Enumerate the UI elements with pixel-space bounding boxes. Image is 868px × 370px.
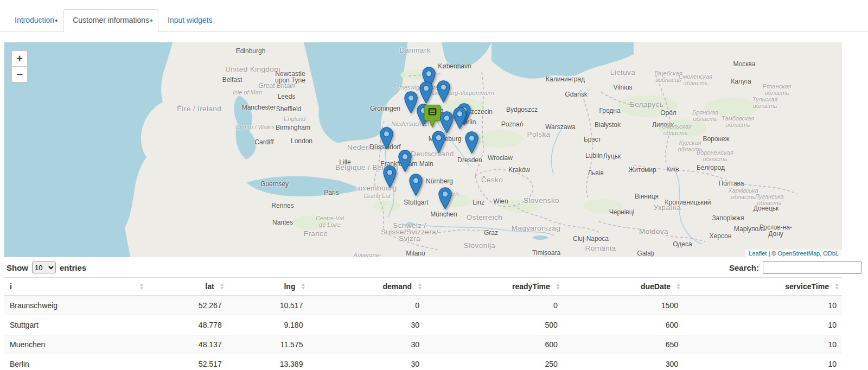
map-marker-customer[interactable] <box>453 107 467 129</box>
cell-readyTime: 500 <box>425 315 563 335</box>
map-marker-depot[interactable] <box>423 104 442 128</box>
cell-serviceTime: 10 <box>684 296 842 316</box>
cell-readyTime: 0 <box>425 296 563 316</box>
sort-icon: ▲▼ <box>676 283 681 290</box>
zoom-out-button[interactable]: − <box>12 67 27 82</box>
map-markers <box>4 42 842 257</box>
column-header-readyTime[interactable]: readyTime▲▼ <box>425 278 563 296</box>
table-row: Stuttgart48.7789.1803050060010 <box>4 315 842 335</box>
cell-i: Muenchen <box>4 335 146 354</box>
entries-label: entries <box>60 263 86 272</box>
table-header-row: i▲▼lat▲▼lng▲▼demand▲▼readyTime▲▼dueDate▲… <box>4 278 842 296</box>
tab-input-widgets[interactable]: Input widgets <box>158 9 222 32</box>
map-marker-customer[interactable] <box>440 111 454 133</box>
map-marker-customer[interactable] <box>398 150 412 172</box>
map-marker-customer[interactable] <box>432 131 445 153</box>
sort-icon: ▲▼ <box>301 283 306 290</box>
cell-serviceTime: 10 <box>684 335 842 354</box>
map[interactable]: DanmarkUnited KingdomÉire / IrelandNeder… <box>4 42 842 257</box>
map-marker-customer[interactable] <box>419 81 433 104</box>
show-label: Show <box>7 263 28 272</box>
tab-customer-informations[interactable]: Customer informations <box>63 9 158 32</box>
osm-link[interactable]: OpenStreetMap <box>777 250 820 257</box>
column-header-lng[interactable]: lng▲▼ <box>227 278 309 296</box>
datatable-controls: Show 10 entries Search: <box>4 257 864 277</box>
cell-lat: 48.137 <box>146 335 227 354</box>
cell-dueDate: 1500 <box>563 296 684 316</box>
cell-i: Stuttgart <box>4 315 146 335</box>
search-control: Search: <box>729 261 861 274</box>
table-body: Braunschweig52.26710.51700150010Stuttgar… <box>4 296 842 370</box>
cell-demand: 30 <box>308 335 425 354</box>
cell-lat: 52.267 <box>146 296 227 316</box>
column-header-lat[interactable]: lat▲▼ <box>146 278 227 296</box>
cell-dueDate: 600 <box>563 315 684 335</box>
column-header-label: serviceTime <box>785 282 829 291</box>
cell-lng: 9.180 <box>227 315 309 335</box>
map-marker-customer[interactable] <box>409 174 423 196</box>
sort-icon: ▲▼ <box>139 283 144 290</box>
map-marker-customer[interactable] <box>383 165 397 188</box>
map-marker-customer[interactable] <box>404 91 418 113</box>
cell-dueDate: 650 <box>563 335 684 354</box>
table-row: Braunschweig52.26710.51700150010 <box>4 296 842 316</box>
cell-lng: 11.575 <box>227 335 309 354</box>
table-row: Berlin52.51713.3893025030010 <box>4 354 842 370</box>
column-header-label: lng <box>284 282 295 291</box>
cell-lng: 13.389 <box>227 354 309 370</box>
cell-lng: 10.517 <box>227 296 309 316</box>
cell-lat: 52.517 <box>146 354 227 370</box>
column-header-dueDate[interactable]: dueDate▲▼ <box>563 278 684 296</box>
column-header-label: i <box>10 282 12 291</box>
cell-serviceTime: 10 <box>684 315 842 335</box>
odbl-link[interactable]: ODbL <box>823 250 839 257</box>
cell-demand: 30 <box>308 315 425 335</box>
zoom-in-button[interactable]: + <box>12 51 27 67</box>
column-header-i[interactable]: i▲▼ <box>4 278 146 296</box>
leaflet-link[interactable]: Leaflet <box>749 250 767 257</box>
attribution-separator: | © <box>767 250 777 257</box>
entries-select[interactable]: 10 <box>32 261 56 273</box>
sort-icon: ▲▼ <box>834 283 839 290</box>
column-header-label: lat <box>205 282 214 291</box>
cell-readyTime: 250 <box>425 354 563 370</box>
column-header-label: dueDate <box>641 282 671 291</box>
column-header-label: readyTime <box>512 282 550 291</box>
tab-bar: Introduction Customer informations Input… <box>0 9 868 32</box>
entries-length-control: Show 10 entries <box>7 261 86 273</box>
tab-content: DanmarkUnited KingdomÉire / IrelandNeder… <box>0 42 868 370</box>
map-marker-customer[interactable] <box>438 187 452 209</box>
table-row: Muenchen48.13711.5753060065010 <box>4 335 842 354</box>
column-header-serviceTime[interactable]: serviceTime▲▼ <box>684 278 842 296</box>
cell-readyTime: 600 <box>425 335 563 354</box>
map-marker-customer[interactable] <box>380 127 393 149</box>
search-label: Search: <box>729 263 759 272</box>
search-input[interactable] <box>763 261 861 274</box>
cell-dueDate: 300 <box>563 354 684 370</box>
sort-icon: ▲▼ <box>220 283 225 290</box>
sort-icon: ▲▼ <box>556 283 560 290</box>
map-marker-customer[interactable] <box>465 131 478 154</box>
cell-serviceTime: 10 <box>684 354 842 370</box>
map-marker-customer[interactable] <box>437 80 450 103</box>
column-header-label: demand <box>382 282 412 291</box>
customers-table: i▲▼lat▲▼lng▲▼demand▲▼readyTime▲▼dueDate▲… <box>4 277 842 370</box>
map-attribution: Leaflet | © OpenStreetMap, ODbL <box>745 250 842 257</box>
cell-i: Braunschweig <box>4 296 146 316</box>
sort-icon: ▲▼ <box>417 283 422 290</box>
cell-demand: 0 <box>308 296 425 316</box>
cell-lat: 48.778 <box>146 315 227 335</box>
column-header-demand[interactable]: demand▲▼ <box>308 278 425 296</box>
zoom-control: + − <box>11 50 28 83</box>
cell-i: Berlin <box>4 354 146 370</box>
cell-demand: 30 <box>308 354 425 370</box>
